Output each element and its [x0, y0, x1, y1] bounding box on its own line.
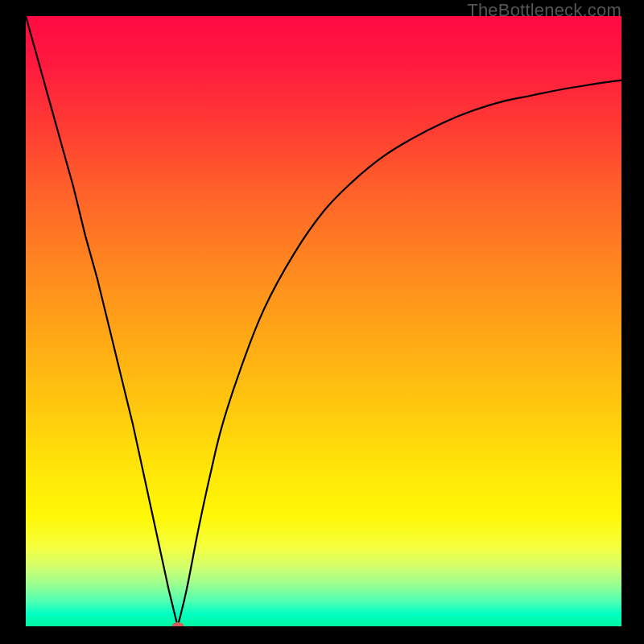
curve-path: [26, 16, 621, 626]
attribution-text: TheBottleneck.com: [467, 0, 621, 21]
chart-frame: TheBottleneck.com: [0, 0, 644, 644]
plot-area: [26, 16, 621, 626]
min-marker: [171, 622, 184, 626]
bottleneck-curve: [26, 16, 621, 626]
